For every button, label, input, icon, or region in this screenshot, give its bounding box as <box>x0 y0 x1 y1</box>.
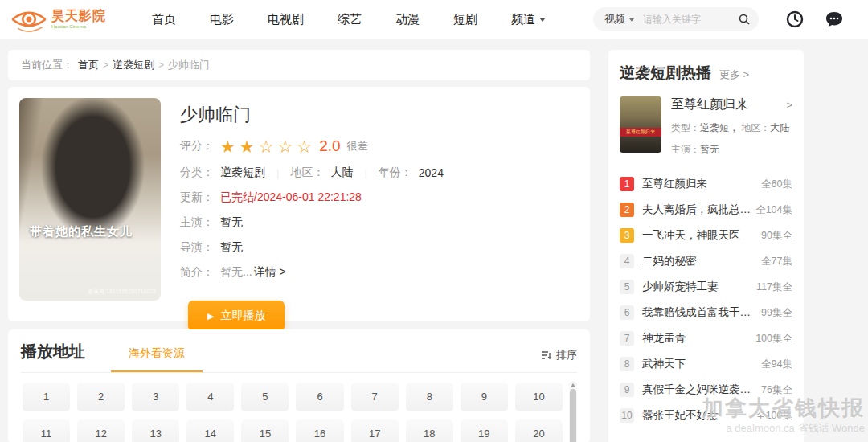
ranking-title[interactable]: 武神天下 <box>642 357 686 371</box>
rank-badge: 9 <box>620 383 634 397</box>
breadcrumb-section-link[interactable]: 逆袭短剧 <box>113 58 154 72</box>
region-value[interactable]: 大陆 <box>330 166 353 180</box>
episode-button[interactable]: 2 <box>77 383 125 411</box>
ranking-item[interactable]: 1 至尊红颜归来 全60集 <box>620 171 792 197</box>
site-logo[interactable]: 昊天影院 Haotian Cinema <box>8 5 113 34</box>
nav-item-anime[interactable]: 动漫 <box>379 12 436 27</box>
nav-item-variety[interactable]: 综艺 <box>321 12 379 27</box>
history-icon[interactable] <box>786 10 804 28</box>
intro-row: 简介： 暂无... 详情 > <box>180 265 579 280</box>
ranking-title[interactable]: 至尊红颜归来 <box>642 177 707 191</box>
ranking-item[interactable]: 9 真假千金之妈咪逆袭归来 76集全 <box>620 377 792 403</box>
episode-button[interactable]: 5 <box>241 383 289 411</box>
update-value: 已完结/2024-06-01 22:21:28 <box>220 190 362 205</box>
scrollbar-thumb[interactable] <box>570 389 576 442</box>
actors-label: 主演： <box>180 215 214 230</box>
featured-item[interactable]: 至尊红颜归来 至尊红颜归来 > 类型：逆袭短， 地区：大陆 主演：暂无 <box>620 96 792 157</box>
nav-item-movies[interactable]: 电影 <box>193 12 251 27</box>
episode-button[interactable]: 7 <box>351 383 399 411</box>
ranking-item[interactable]: 6 我靠赔钱成首富我干啥赔啥 99集全 <box>620 300 792 325</box>
episode-button[interactable]: 1 <box>23 383 70 411</box>
sidebar: 逆袭短剧热播 更多 > 至尊红颜归来 至尊红颜归来 > 类型：逆袭短， <box>608 50 804 442</box>
sort-label: 排序 <box>556 348 577 362</box>
episode-button[interactable]: 13 <box>132 419 179 442</box>
featured-region-label: 地区： <box>741 122 770 133</box>
category-value[interactable]: 逆袭短剧 <box>220 166 265 180</box>
ranking-title[interactable]: 少帅娇宠特工妻 <box>642 280 719 294</box>
nav-item-channels[interactable]: 频道 <box>494 12 563 27</box>
episode-button[interactable]: 16 <box>296 419 343 442</box>
ranking-title[interactable]: 嚣张王妃不好惹 <box>642 408 719 423</box>
episode-count: 76集全 <box>761 383 792 397</box>
poster-caption: 带着她的私生女儿 <box>30 224 133 239</box>
episode-button[interactable]: 11 <box>23 419 70 442</box>
search-icon[interactable] <box>738 13 751 26</box>
nav-item-home[interactable]: 首页 <box>135 12 193 27</box>
ranking-title[interactable]: 二妈的秘密 <box>642 254 697 268</box>
ranking-item[interactable]: 7 神龙孟青 100集全 <box>620 325 792 351</box>
search-category-dropdown[interactable]: 视频 <box>604 12 635 27</box>
ranking-item[interactable]: 8 武神天下 全94集 <box>620 351 792 377</box>
episode-button[interactable]: 14 <box>186 419 234 442</box>
rank-badge: 6 <box>620 305 634 320</box>
play-now-button[interactable]: ▶ 立即播放 <box>188 301 285 331</box>
sort-icon <box>541 350 552 361</box>
rating-label: 评分： <box>180 139 214 153</box>
rank-badge: 7 <box>620 331 634 346</box>
episode-button[interactable]: 17 <box>351 419 399 442</box>
episode-count: 100集全 <box>755 332 792 346</box>
episode-button[interactable]: 9 <box>461 383 508 411</box>
ranking-item[interactable]: 5 少帅娇宠特工妻 117集全 <box>620 274 792 300</box>
ranking-item[interactable]: 4 二妈的秘密 全77集 <box>620 248 792 274</box>
ranking-item[interactable]: 10 嚣张王妃不好惹 全100集 <box>620 403 792 428</box>
ranking-title[interactable]: 一飞冲天，神眼天医 <box>642 228 740 243</box>
scrollbar-up-icon[interactable] <box>571 383 575 387</box>
sort-control[interactable]: 排序 <box>541 348 577 372</box>
video-title: 少帅临门 <box>180 103 579 127</box>
ranking-item[interactable]: 3 一飞冲天，神眼天医 90集全 <box>620 223 792 248</box>
nav-item-shorts[interactable]: 短剧 <box>436 12 494 27</box>
episode-button[interactable]: 19 <box>461 419 508 442</box>
episode-button[interactable]: 8 <box>406 383 453 411</box>
more-link[interactable]: 更多 > <box>719 68 749 82</box>
divider: | <box>276 167 279 179</box>
breadcrumb-home-link[interactable]: 首页 <box>78 58 99 72</box>
play-address-header: 播放地址 海外看资源 排序 <box>21 341 577 373</box>
episode-button[interactable]: 6 <box>296 383 343 411</box>
featured-title[interactable]: 至尊红颜归来 <box>671 96 748 113</box>
video-poster[interactable]: 带着她的私生女儿 备案号:1911626230718023 <box>19 98 161 301</box>
episode-button[interactable]: 20 <box>515 419 563 442</box>
ranking-title[interactable]: 神龙孟青 <box>642 331 686 346</box>
rank-badge: 5 <box>620 280 634 294</box>
star-rating-icons[interactable]: ★★☆☆☆ <box>220 138 316 155</box>
ranking-title[interactable]: 我靠赔钱成首富我干啥赔啥 <box>642 305 753 320</box>
episode-count: 90集全 <box>761 229 792 243</box>
featured-title-row: 至尊红颜归来 > <box>671 96 792 113</box>
featured-info: 至尊红颜归来 > 类型：逆袭短， 地区：大陆 主演：暂无 <box>671 96 792 157</box>
episode-button[interactable]: 4 <box>186 383 234 411</box>
episode-scrollbar[interactable] <box>569 381 577 442</box>
director-label: 导演： <box>180 240 214 255</box>
nav-item-tv[interactable]: 电视剧 <box>251 12 321 27</box>
episode-button[interactable]: 15 <box>241 419 289 442</box>
nav-label: 动漫 <box>395 12 420 27</box>
year-value[interactable]: 2024 <box>419 166 444 179</box>
rating-score: 2.0 <box>319 137 340 155</box>
episode-button[interactable]: 18 <box>406 419 453 442</box>
search-input[interactable] <box>643 14 731 25</box>
stars-filled: ★★ <box>220 137 259 156</box>
episode-button[interactable]: 3 <box>132 383 179 411</box>
episode-button[interactable]: 10 <box>515 383 563 411</box>
episode-count: 全60集 <box>761 178 792 191</box>
chevron-right-icon[interactable]: > <box>786 99 792 111</box>
source-tab-overseas[interactable]: 海外看资源 <box>111 346 203 372</box>
ranking-title[interactable]: 真假千金之妈咪逆袭归来 <box>642 383 753 397</box>
episode-button[interactable]: 12 <box>77 419 125 442</box>
intro-more-link[interactable]: 详情 > <box>254 265 286 280</box>
featured-thumbnail[interactable]: 至尊红颜归来 <box>620 96 661 153</box>
message-icon[interactable] <box>825 10 844 28</box>
eye-logo-icon <box>8 5 50 34</box>
featured-meta: 类型：逆袭短， 地区：大陆 <box>671 121 792 135</box>
ranking-item[interactable]: 2 夫人离婚后，疯批总裁他慌了 全104集 <box>620 197 792 223</box>
ranking-title[interactable]: 夫人离婚后，疯批总裁他慌了 <box>642 203 753 217</box>
